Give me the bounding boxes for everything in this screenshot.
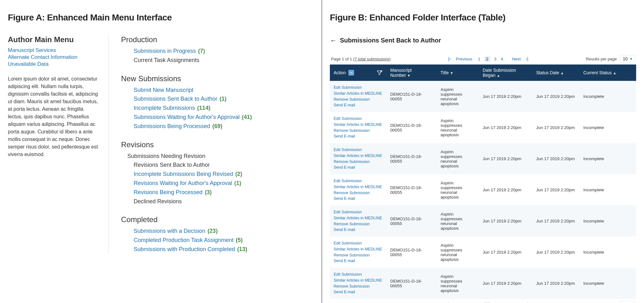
col-action-header[interactable]: Action bbox=[330, 65, 386, 81]
row-action-link[interactable]: Similar Articles in MEDLINE bbox=[334, 122, 383, 128]
pager-page-number[interactable]: 2 bbox=[484, 302, 491, 303]
menu-item[interactable]: Submissions Waiting for Author's Approva… bbox=[134, 113, 252, 122]
title-cell: Aspirin suppresses neuronal apoptosis bbox=[437, 174, 479, 205]
row-action-link[interactable]: Remove Submission bbox=[334, 159, 383, 165]
row-action-link[interactable]: Remove Submission bbox=[334, 283, 383, 289]
menu-item[interactable]: Submit New Manuscript bbox=[134, 86, 252, 95]
row-action-link[interactable]: Send E-mail bbox=[334, 102, 383, 108]
row-action-link[interactable]: Edit Submission bbox=[334, 209, 383, 215]
pager-page-number[interactable]: 2 bbox=[484, 56, 491, 62]
menu-item[interactable]: Submissions Sent Back to Author (1) bbox=[134, 94, 252, 104]
row-action-link[interactable]: Similar Articles in MEDLINE bbox=[334, 153, 383, 159]
row-action-link[interactable]: Similar Articles in MEDLINE bbox=[334, 278, 383, 283]
pager-previous[interactable]: Previous bbox=[455, 57, 473, 61]
filter-clear-icon[interactable] bbox=[376, 70, 383, 76]
sort-asc-icon: ▲ bbox=[613, 71, 616, 75]
row-action-link[interactable]: Edit Submission bbox=[334, 116, 383, 122]
pager-top: Page 1 of 1 (7 total submissions) |‹ Pre… bbox=[331, 55, 635, 63]
menu-item-label[interactable]: Submissions Being Processed bbox=[134, 123, 210, 129]
menu-item-count: (3) bbox=[205, 189, 212, 195]
row-action-link[interactable]: Remove Submission bbox=[334, 190, 383, 196]
current-status-cell: Incomplete bbox=[580, 81, 636, 112]
row-action-link[interactable]: Edit Submission bbox=[334, 147, 383, 153]
row-action-link[interactable]: Remove Submission bbox=[334, 252, 383, 258]
row-action-link[interactable]: Edit Submission bbox=[334, 85, 383, 91]
col-date-began-header[interactable]: Date Submission Began▲ bbox=[479, 65, 532, 81]
results-per-page-select[interactable]: 10 ▾ bbox=[620, 55, 635, 63]
menu-item-label[interactable]: Submissions Waiting for Author's Approva… bbox=[134, 114, 240, 120]
menu-item-label[interactable]: Incomplete Submissions Being Revised bbox=[134, 171, 233, 177]
pager-next[interactable]: Next bbox=[511, 57, 521, 61]
row-action-link[interactable]: Send E-mail bbox=[334, 289, 383, 295]
action-cell: Edit SubmissionSimilar Articles in MEDLI… bbox=[330, 112, 386, 143]
unavailable-data-link[interactable]: Unavailable Data bbox=[8, 61, 99, 67]
menu-item[interactable]: Revisions Being Processed (3) bbox=[134, 188, 252, 197]
figure-b-title: Figure B: Enhanced Folder Interface (Tab… bbox=[330, 13, 636, 23]
menu-item[interactable]: Submissions with Production Completed (1… bbox=[134, 245, 252, 254]
sort-desc-icon: ▼ bbox=[407, 74, 411, 77]
row-action-link[interactable]: Send E-mail bbox=[334, 133, 383, 139]
menu-item-label[interactable]: Submit New Manuscript bbox=[134, 87, 193, 93]
pager-page-number[interactable]: 1 bbox=[477, 57, 481, 61]
menu-item-label: Current Task Assignments bbox=[134, 57, 199, 63]
manuscript-number-cell: DEMO151-D-18-00055 bbox=[386, 237, 437, 268]
menu-item-label[interactable]: Revisions Being Processed bbox=[134, 189, 203, 195]
current-status-cell: Incomplete bbox=[580, 143, 636, 174]
row-action-link[interactable]: Edit Submission bbox=[334, 272, 383, 278]
menu-item-label[interactable]: Submissions with a Decision bbox=[134, 228, 205, 234]
submissions-table: Action Manuscript Number▼ Title▼ bbox=[330, 65, 636, 299]
results-per-page-select-bottom[interactable]: 10 ▾ bbox=[620, 301, 635, 303]
current-status-cell: Incomplete bbox=[580, 237, 636, 268]
current-status-cell: Incomplete bbox=[580, 205, 636, 237]
menu-item[interactable]: Incomplete Submissions Being Revised (2) bbox=[134, 170, 252, 179]
pager-first-icon[interactable]: |‹ bbox=[448, 57, 451, 61]
menu-item-label[interactable]: Submissions in Progress bbox=[134, 48, 196, 54]
pager-page-number[interactable]: 4 bbox=[500, 57, 504, 61]
row-action-link[interactable]: Send E-mail bbox=[334, 196, 383, 202]
menu-item[interactable]: Submissions with a Decision (23) bbox=[134, 227, 252, 236]
menu-item[interactable]: Completed Production Task Assignment (5) bbox=[134, 236, 252, 245]
menu-item-count: (5) bbox=[236, 237, 243, 243]
menu-item[interactable]: Incomplete Submissions (114) bbox=[134, 104, 252, 113]
title-cell: Aspirin suppresses neuronal apoptosis bbox=[437, 205, 479, 237]
row-action-link[interactable]: Similar Articles in MEDLINE bbox=[334, 246, 383, 252]
action-cell: Edit SubmissionSimilar Articles in MEDLI… bbox=[330, 237, 386, 268]
row-action-link[interactable]: Edit Submission bbox=[334, 240, 383, 246]
status-date-cell: Jun 17 2019 2:20pm bbox=[532, 81, 580, 112]
manuscript-services-link[interactable]: Manuscript Services bbox=[8, 47, 99, 53]
row-action-link[interactable]: Similar Articles in MEDLINE bbox=[334, 91, 383, 97]
pager-last-icon[interactable]: ›| bbox=[526, 57, 528, 61]
menu-item-label[interactable]: Submissions with Production Completed bbox=[134, 246, 235, 252]
menu-item-label[interactable]: Submissions Sent Back to Author bbox=[134, 96, 217, 102]
pager-page-number[interactable]: 3 bbox=[493, 57, 497, 61]
menu-item-label[interactable]: Incomplete Submissions bbox=[134, 105, 195, 111]
back-arrow-icon[interactable]: ← bbox=[330, 37, 337, 44]
manuscript-number-cell: DEMO151-D-18-00055 bbox=[386, 112, 437, 143]
col-title-header[interactable]: Title▼ bbox=[437, 65, 479, 81]
table-row: Edit SubmissionSimilar Articles in MEDLI… bbox=[330, 112, 636, 143]
alternate-contact-link[interactable]: Alternate Contact Information bbox=[8, 54, 99, 60]
menu-item-count: (13) bbox=[237, 246, 247, 252]
row-action-link[interactable]: Similar Articles in MEDLINE bbox=[334, 184, 383, 190]
row-action-link[interactable]: Similar Articles in MEDLINE bbox=[334, 215, 383, 221]
page-of-label: Page 1 of 1 (7 total submissions) bbox=[331, 57, 391, 61]
row-action-link[interactable]: Remove Submission bbox=[334, 97, 383, 103]
menu-item[interactable]: Revisions Waiting for Author's Approval … bbox=[134, 179, 252, 188]
menu-item-label[interactable]: Completed Production Task Assignment bbox=[134, 237, 234, 243]
author-main-menu-sidebar: Author Main Menu Manuscript Services Alt… bbox=[8, 35, 108, 254]
status-date-cell: Jun 17 2019 2:20pm bbox=[532, 174, 580, 205]
row-action-link[interactable]: Remove Submission bbox=[334, 128, 383, 134]
col-current-status-header[interactable]: Current Status▲ bbox=[580, 65, 636, 81]
row-action-link[interactable]: Send E-mail bbox=[334, 258, 383, 264]
total-submissions-link[interactable]: 7 total submissions bbox=[354, 57, 389, 61]
col-manuscript-number-header[interactable]: Manuscript Number▼ bbox=[386, 65, 437, 81]
menu-item[interactable]: Submissions in Progress (7) bbox=[134, 47, 252, 56]
row-action-link[interactable]: Send E-mail bbox=[334, 165, 383, 171]
menu-item[interactable]: Submissions Being Processed (69) bbox=[134, 122, 252, 131]
row-action-link[interactable]: Remove Submission bbox=[334, 221, 383, 227]
menu-item-label[interactable]: Revisions Waiting for Author's Approval bbox=[134, 180, 232, 186]
row-action-link[interactable]: Edit Submission bbox=[334, 178, 383, 184]
row-action-link[interactable]: Send E-mail bbox=[334, 227, 383, 233]
col-status-date-header[interactable]: Status Date▲ bbox=[532, 65, 580, 81]
collapse-actions-icon[interactable] bbox=[348, 70, 354, 76]
